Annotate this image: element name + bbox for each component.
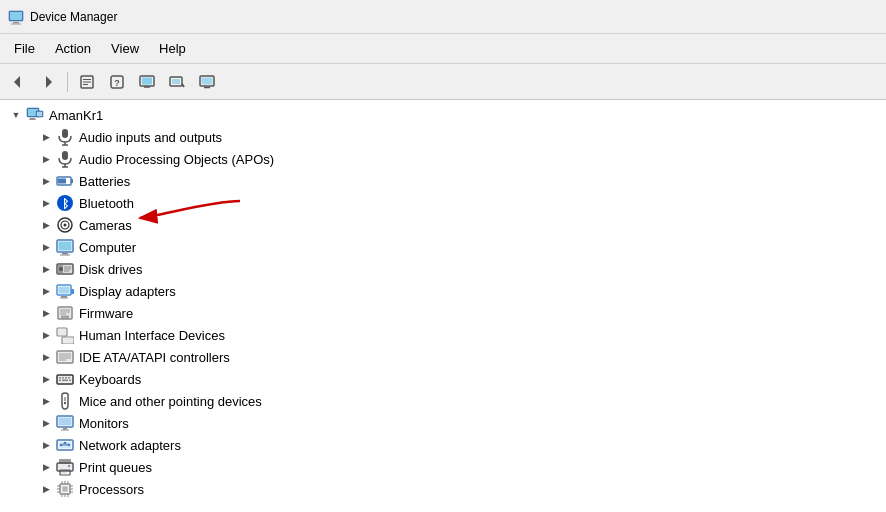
menu-view[interactable]: View [101, 37, 149, 60]
tree-item-hid[interactable]: ▶ Human Interface Devices [0, 324, 886, 346]
keyboards-icon [56, 370, 74, 388]
expand-arrow-print[interactable]: ▶ [38, 459, 54, 475]
ide-label: IDE ATA/ATAPI controllers [79, 350, 230, 365]
svg-marker-4 [14, 76, 20, 88]
firmware-icon [56, 304, 74, 322]
tree-item-mice[interactable]: ▶ Mice and other pointing devices [0, 390, 886, 412]
tree-item-ide[interactable]: ▶ IDE ATA/ATAPI controllers [0, 346, 886, 368]
hid-label: Human Interface Devices [79, 328, 225, 343]
svg-rect-43 [59, 242, 72, 251]
tree-item-audio-processing[interactable]: ▶ Audio Processing Objects (APOs) [0, 148, 886, 170]
tree-item-batteries[interactable]: ▶ Batteries [0, 170, 886, 192]
expand-arrow-computer[interactable]: ▶ [38, 239, 54, 255]
tree-item-processors[interactable]: ▶ Processors [0, 478, 886, 500]
svg-rect-54 [59, 287, 70, 294]
monitors-icon [56, 414, 74, 432]
svg-text:ᛒ: ᛒ [62, 197, 69, 211]
tree-item-cameras[interactable]: ▶ Cameras [0, 214, 886, 236]
computer-label: Computer [79, 240, 136, 255]
expand-arrow-audio-processing[interactable]: ▶ [38, 151, 54, 167]
toolbar-sep-1 [67, 72, 68, 92]
menu-bar: File Action View Help [0, 34, 886, 64]
svg-rect-77 [62, 377, 64, 379]
title-bar-text: Device Manager [30, 10, 117, 24]
expand-arrow-disk-drives[interactable]: ▶ [38, 261, 54, 277]
expand-arrow-firmware[interactable]: ▶ [38, 305, 54, 321]
batteries-label: Batteries [79, 174, 130, 189]
display-adapters-label: Display adapters [79, 284, 176, 299]
disk-drives-label: Disk drives [79, 262, 143, 277]
tree-item-disk-drives[interactable]: ▶ Disk drives [0, 258, 886, 280]
svg-rect-69 [58, 352, 72, 362]
root-label: AmanKr1 [49, 108, 103, 123]
menu-file[interactable]: File [4, 37, 45, 60]
toolbar-back-btn[interactable] [4, 69, 32, 95]
svg-rect-81 [62, 380, 68, 382]
expand-arrow-audio-inputs[interactable]: ▶ [38, 129, 54, 145]
audio-inputs-label: Audio inputs and outputs [79, 130, 222, 145]
tree-item-audio-inputs[interactable]: ▶ Audio inputs and outputs [0, 126, 886, 148]
tree-item-firmware[interactable]: ▶ Firmware [0, 302, 886, 324]
svg-rect-45 [60, 255, 70, 256]
svg-rect-57 [71, 289, 74, 294]
computer-icon [56, 238, 74, 256]
svg-rect-56 [60, 298, 68, 299]
expand-arrow-keyboards[interactable]: ▶ [38, 371, 54, 387]
svg-rect-88 [61, 430, 69, 431]
expand-arrow-monitors[interactable]: ▶ [38, 415, 54, 431]
expand-arrow-processors[interactable]: ▶ [38, 481, 54, 497]
tree-item-print[interactable]: ▶ Print queues [0, 456, 886, 478]
mice-icon [56, 392, 74, 410]
svg-rect-86 [59, 418, 72, 426]
toolbar-properties-btn[interactable] [73, 69, 101, 95]
expand-arrow-hid[interactable]: ▶ [38, 327, 54, 343]
toolbar-monitor-btn[interactable] [193, 69, 221, 95]
print-label: Print queues [79, 460, 152, 475]
svg-point-84 [64, 402, 66, 404]
tree-root-item[interactable]: ▼ AmanKr1 [0, 104, 886, 126]
toolbar-help-btn[interactable]: ? [103, 69, 131, 95]
svg-rect-30 [62, 151, 68, 160]
tree-item-network[interactable]: ▶ Network adapters [0, 434, 886, 456]
keyboards-label: Keyboards [79, 372, 141, 387]
toolbar-scan-btn[interactable] [163, 69, 191, 95]
svg-rect-44 [62, 253, 68, 255]
svg-rect-3 [11, 23, 21, 24]
svg-rect-63 [61, 316, 69, 319]
disk-drives-icon [56, 260, 74, 278]
expand-arrow-mice[interactable]: ▶ [38, 393, 54, 409]
bluetooth-icon: ᛒ [56, 194, 74, 212]
menu-action[interactable]: Action [45, 37, 101, 60]
svg-rect-80 [59, 380, 61, 382]
expand-arrow-bluetooth[interactable]: ▶ [38, 195, 54, 211]
display-adapters-icon [56, 282, 74, 300]
tree-item-computer[interactable]: ▶ Computer [0, 236, 886, 258]
menu-help[interactable]: Help [149, 37, 196, 60]
svg-rect-23 [30, 118, 35, 119]
processors-label: Processors [79, 482, 144, 497]
title-bar: Device Manager [0, 0, 886, 34]
root-expand-arrow[interactable]: ▼ [8, 107, 24, 123]
hid-icon [56, 326, 74, 344]
expand-arrow-ide[interactable]: ▶ [38, 349, 54, 365]
expand-arrow-batteries[interactable]: ▶ [38, 173, 54, 189]
main-content: ▼ AmanKr1 ▶ Audio inputs and [0, 100, 886, 512]
expand-arrow-network[interactable]: ▶ [38, 437, 54, 453]
svg-rect-106 [63, 487, 68, 492]
tree-item-display-adapters[interactable]: ▶ Display adapters [0, 280, 886, 302]
audio-processing-icon [56, 150, 74, 168]
svg-rect-99 [58, 464, 72, 470]
tree-item-keyboards[interactable]: ▶ Keyboards [0, 368, 886, 390]
tree-item-monitors[interactable]: ▶ Monitors [0, 412, 886, 434]
toolbar-forward-btn[interactable] [34, 69, 62, 95]
expand-arrow-cameras[interactable]: ▶ [38, 217, 54, 233]
toolbar: ? [0, 64, 886, 100]
tree-item-bluetooth[interactable]: ▶ ᛒ Bluetooth [0, 192, 886, 214]
toolbar-uninstall-btn[interactable] [133, 69, 161, 95]
svg-marker-5 [46, 76, 52, 88]
svg-text:?: ? [114, 77, 120, 87]
svg-rect-55 [61, 296, 67, 298]
svg-line-17 [182, 84, 184, 87]
expand-arrow-display-adapters[interactable]: ▶ [38, 283, 54, 299]
cameras-icon [56, 216, 74, 234]
